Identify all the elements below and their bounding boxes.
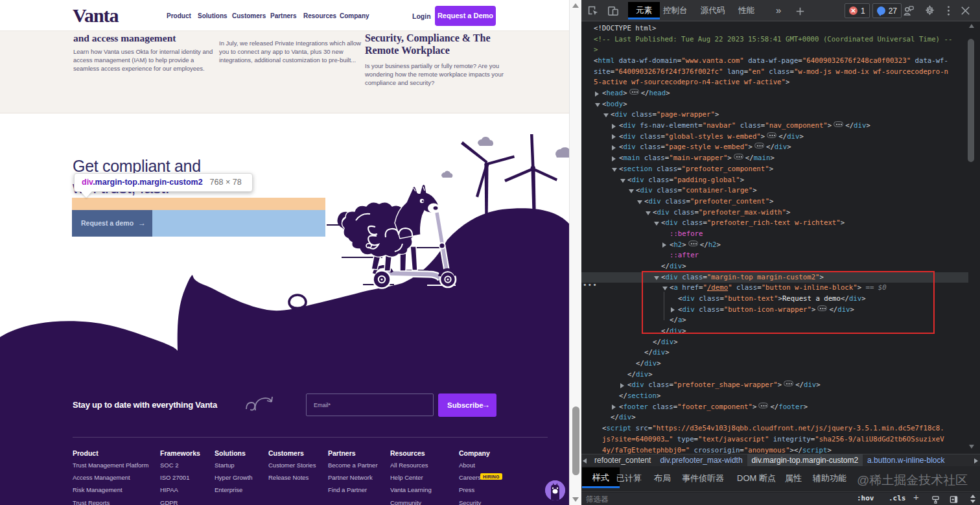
nav-item-resources[interactable]: Resources — [303, 12, 336, 19]
expand-ellipsis-icon[interactable] — [734, 154, 743, 159]
issues-badge[interactable]: 27 — [872, 3, 902, 18]
login-link[interactable]: Login — [412, 12, 431, 20]
add-tab-icon[interactable] — [794, 5, 806, 18]
tree-row[interactable]: site="64009032676f24f376f002fc" lang="en… — [594, 67, 948, 78]
expand-arrow-icon[interactable] — [595, 91, 599, 97]
footer-link[interactable]: Customer Stories — [268, 462, 316, 469]
footer-link[interactable]: Community — [390, 499, 421, 505]
footer-link[interactable]: Enterprise — [215, 486, 242, 493]
collapse-arrow-icon[interactable] — [637, 200, 642, 204]
expand-ellipsis-icon[interactable] — [784, 381, 793, 386]
expand-arrow-icon[interactable] — [612, 145, 616, 150]
tree-row[interactable]: </div> — [627, 370, 653, 381]
expand-ellipsis-icon[interactable] — [767, 132, 776, 138]
tree-row[interactable]: </section> — [619, 391, 660, 402]
tree-row[interactable]: <div class="padding-global"> — [627, 175, 744, 186]
rendering-brush-icon[interactable] — [931, 495, 940, 503]
sidebar-panel-icon[interactable] — [950, 495, 958, 503]
scroll-down-arrow-icon[interactable] — [572, 497, 579, 502]
footer-link[interactable]: About — [459, 462, 475, 469]
tree-row[interactable]: ::after — [670, 250, 699, 261]
footer-link[interactable]: Press — [459, 486, 474, 493]
toggle-hov-button[interactable]: :hov — [857, 494, 874, 502]
crumbs-right-chevron-icon[interactable] — [974, 458, 978, 464]
crumb-a.button.w-inline-block[interactable]: a.button.w-inline-block — [863, 454, 949, 467]
styles-scroll-up-icon[interactable] — [970, 495, 975, 498]
tree-row[interactable]: <!-- Last Published: Tue Aug 22 2023 15:… — [594, 34, 952, 45]
filter-input[interactable]: 筛选器 — [586, 495, 609, 504]
crumb-div.margin-top.margin-custom2[interactable]: div.margin-top.margin-custom2 — [747, 454, 863, 467]
collapse-arrow-icon[interactable] — [603, 113, 609, 117]
tree-scroll-up-icon[interactable] — [969, 24, 974, 28]
error-badge[interactable]: ✕1 — [845, 3, 870, 18]
toggle-cls-button[interactable]: .cls — [889, 494, 906, 502]
tree-row[interactable]: <!DOCTYPE html> — [594, 23, 657, 34]
tree-row[interactable]: </div> — [636, 358, 661, 370]
kebab-menu-icon[interactable] — [942, 5, 955, 17]
tree-row[interactable]: <div class="global-styles w-embed"></div… — [619, 132, 804, 143]
tab-DOM 断点[interactable]: DOM 断点 — [737, 467, 776, 488]
collapse-arrow-icon[interactable] — [612, 168, 617, 172]
tree-row[interactable]: <script src="https://d3e54v103j8qbb.clou… — [602, 423, 944, 434]
tab-布局[interactable]: 布局 — [654, 467, 671, 488]
tab-源代码[interactable]: 源代码 — [701, 0, 725, 19]
request-demo-button[interactable]: Request a Demo — [435, 6, 496, 26]
tree-scrollbar-thumb[interactable] — [968, 39, 974, 162]
tree-row[interactable]: </div> — [653, 337, 678, 348]
footer-link[interactable]: GDPR — [160, 499, 178, 505]
device-toolbar-icon[interactable] — [607, 5, 619, 17]
tree-row[interactable]: js?site=6400903…" type="text/javascript"… — [602, 434, 944, 445]
expand-arrow-icon[interactable] — [620, 383, 624, 388]
footer-link[interactable]: Risk Management — [73, 486, 122, 493]
tree-row[interactable]: </div> — [611, 412, 636, 423]
feedback-person-icon[interactable] — [902, 5, 915, 17]
blog-card-title[interactable]: Security, Compliance & The — [365, 32, 490, 44]
tree-row[interactable]: </div> — [644, 347, 670, 358]
crumbs-left-chevron-icon[interactable] — [583, 458, 587, 464]
tree-row[interactable]: <div class="prefooter_shape-wrapper"></d… — [627, 380, 821, 391]
settings-gear-icon[interactable] — [924, 5, 936, 17]
tree-row[interactable]: <div class="container-large"> — [636, 185, 757, 196]
crumb-div.prefooter_max-width[interactable]: div.prefooter_max-width — [655, 454, 747, 467]
more-tabs-chevron[interactable]: » — [776, 0, 781, 19]
footer-link[interactable]: Partner Network — [328, 474, 373, 481]
tree-row[interactable]: <div class="prefooter_rich-text w-richte… — [661, 218, 845, 229]
tab-已计算[interactable]: 已计算 — [616, 467, 642, 488]
tree-row[interactable]: <html data-wf-domain="www.vanta.com" dat… — [594, 56, 948, 67]
expand-arrow-icon[interactable] — [612, 156, 616, 161]
tree-row[interactable]: <div class="prefooter_content"> — [644, 196, 774, 207]
expand-ellipsis-icon[interactable] — [758, 403, 768, 408]
footer-link[interactable]: All Resources — [390, 462, 428, 469]
tree-row[interactable]: <main class="main-wrapper"></main> — [619, 153, 775, 164]
footer-link[interactable]: Trust Management Platform — [73, 462, 148, 469]
tab-控制台[interactable]: 控制台 — [663, 0, 688, 19]
tab-属性[interactable]: 属性 — [785, 467, 802, 488]
blog-card-title[interactable]: Remote Workplace — [365, 45, 450, 56]
footer-link[interactable]: Become a Partner — [328, 462, 378, 469]
footer-link[interactable]: Release Notes — [268, 474, 309, 481]
collapse-arrow-icon[interactable] — [620, 179, 625, 183]
footer-link[interactable]: Hyper Growth — [215, 474, 253, 481]
footer-link[interactable]: Find a Partner — [328, 486, 367, 493]
styles-scroll-down-icon[interactable] — [970, 500, 975, 503]
scroll-up-arrow-icon[interactable] — [572, 3, 579, 8]
expand-arrow-icon[interactable] — [662, 242, 666, 248]
request-demo-cta[interactable]: Request a demo → — [72, 210, 152, 237]
footer-link[interactable]: ISO 27001 — [160, 474, 189, 481]
tree-row[interactable]: <div class="page-wrapper"> — [611, 110, 719, 121]
tree-row[interactable]: 4y/faTgEtohetphbbj0=" crossorigin="anony… — [602, 445, 832, 454]
tree-row[interactable]: <div class="page-style w-embed"></div> — [619, 142, 791, 153]
inspect-element-icon[interactable] — [587, 5, 599, 17]
subscribe-button[interactable]: Subscribe→ — [438, 393, 496, 417]
expand-arrow-icon[interactable] — [612, 134, 616, 139]
footer-link[interactable]: SOC 2 — [160, 462, 179, 469]
tree-row[interactable]: <body> — [602, 99, 627, 110]
tab-styles[interactable]: 样式 — [582, 467, 620, 488]
tab-辅助功能[interactable]: 辅助功能 — [813, 467, 846, 488]
chat-llama-avatar[interactable] — [545, 480, 565, 500]
footer-link[interactable]: HIPAA — [160, 486, 178, 493]
expand-ellipsis-icon[interactable] — [629, 89, 639, 95]
tab-性能[interactable]: 性能 — [738, 0, 754, 19]
tree-scroll-down-icon[interactable] — [969, 445, 974, 449]
tree-row[interactable]: <div class="prefooter_max-width"> — [653, 207, 790, 218]
